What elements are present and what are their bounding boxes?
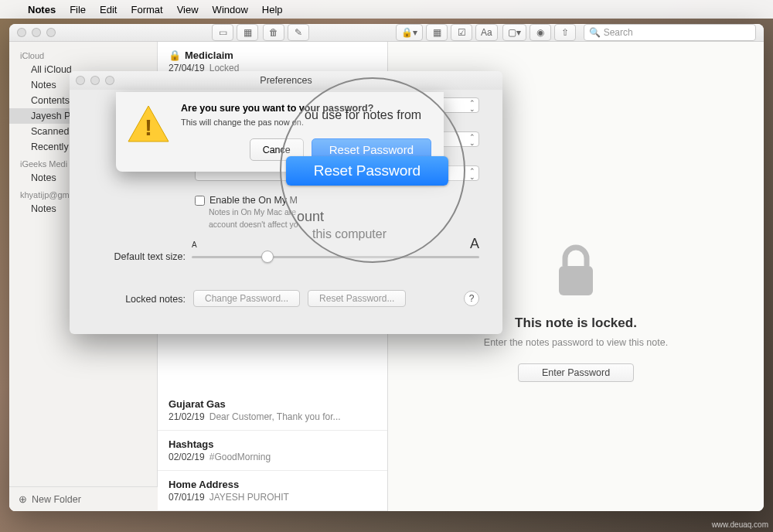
new-folder-button[interactable]: ⊕ New Folder	[9, 486, 158, 511]
reset-password-button[interactable]: Reset Password...	[308, 290, 406, 307]
menu-window[interactable]: Window	[213, 4, 248, 15]
close-window-button[interactable]	[17, 28, 26, 37]
window-titlebar: ▭ ▦ 🗑 ✎ 🔒▾ ▦ ☑ Aa ▢▾ ◉ ⇧ 🔍 Search	[9, 24, 764, 42]
enter-password-button[interactable]: Enter Password	[518, 363, 634, 382]
menu-file[interactable]: File	[70, 4, 86, 15]
svg-text:!: !	[145, 114, 152, 140]
grid-view-button[interactable]: ▦	[237, 24, 258, 41]
compose-button[interactable]: ✎	[288, 24, 309, 41]
confirm-reset-button[interactable]: Reset Password	[312, 138, 431, 161]
media-button[interactable]: ▢▾	[502, 24, 526, 41]
plus-icon: ⊕	[19, 493, 27, 505]
minimize-window-button[interactable]	[32, 28, 41, 37]
locked-subtitle: Enter the notes password to view this no…	[484, 337, 668, 348]
menu-edit[interactable]: Edit	[100, 4, 117, 15]
text-size-label: Default text size:	[93, 251, 186, 262]
menu-help[interactable]: Help	[262, 4, 283, 15]
close-prefs-button[interactable]	[76, 76, 85, 85]
table-button[interactable]: ▦	[426, 24, 448, 41]
search-placeholder: Search	[604, 27, 633, 38]
change-password-button[interactable]: Change Password...	[193, 290, 300, 307]
menu-view[interactable]: View	[177, 4, 199, 15]
warning-icon: !	[127, 103, 170, 146]
window-controls	[17, 28, 56, 37]
alert-text: This will change the pas now on.	[181, 117, 431, 128]
search-field[interactable]: 🔍 Search	[584, 24, 756, 41]
menu-format[interactable]: Format	[131, 4, 162, 15]
preferences-titlebar: Preferences	[70, 71, 502, 90]
confirm-reset-sheet: ! Are you sure you want to your password…	[116, 92, 444, 172]
note-list-item[interactable]: Hashtags 02/02/19#GoodMorning	[158, 431, 387, 471]
help-button[interactable]: ?	[464, 291, 479, 306]
cancel-button[interactable]: Cance	[250, 138, 304, 161]
locked-title: This note is locked.	[515, 315, 637, 331]
lock-button[interactable]: 🔒▾	[396, 24, 423, 41]
zoom-prefs-button[interactable]	[105, 76, 114, 85]
app-name[interactable]: Notes	[28, 4, 56, 15]
text-size-slider[interactable]: A A	[192, 245, 479, 268]
zoom-window-button[interactable]	[46, 28, 56, 37]
watermark: www.deuaq.com	[712, 520, 768, 529]
search-icon: 🔍	[589, 27, 601, 38]
delete-button[interactable]: 🗑	[263, 24, 284, 41]
lock-icon: 🔒	[169, 49, 181, 61]
menu-bar: Notes File Edit Format View Window Help	[0, 0, 773, 19]
format-button[interactable]: Aa	[475, 24, 498, 41]
note-list-item[interactable]: Home Address 07/01/19JAYESH PUROHIT	[158, 471, 387, 511]
minimize-prefs-button[interactable]	[90, 76, 100, 85]
list-view-button[interactable]: ▭	[212, 24, 233, 41]
alert-title: Are you sure you want to your password?	[181, 103, 431, 114]
locked-notes-label: Locked notes:	[93, 292, 186, 305]
lock-large-icon	[551, 240, 601, 302]
slider-knob[interactable]	[261, 251, 274, 263]
checklist-button[interactable]: ☑	[451, 24, 472, 41]
svg-rect-0	[559, 266, 593, 295]
note-list-item[interactable]: Gujarat Gas 21/02/19Dear Customer, Thank…	[158, 390, 387, 431]
sidebar-section-icloud: iCloud	[9, 46, 157, 62]
collaborate-button[interactable]: ◉	[530, 24, 551, 41]
share-button[interactable]: ⇧	[554, 24, 576, 41]
enable-on-my-mac-checkbox[interactable]	[195, 196, 205, 206]
